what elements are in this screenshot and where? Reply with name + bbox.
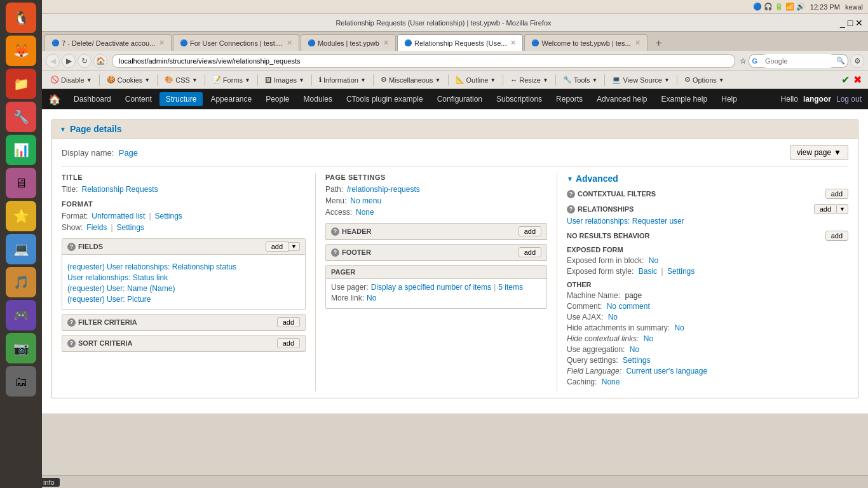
dock-icon-app5[interactable]: 🖥 [6, 168, 36, 198]
relationships-value[interactable]: User relationships: Requester user [567, 217, 684, 226]
tab-5-close[interactable]: ✕ [635, 39, 641, 47]
query-settings-value[interactable]: Settings [623, 356, 650, 365]
pager-more-value[interactable]: No [367, 294, 376, 302]
dock-icon-app10[interactable]: 📷 [6, 333, 36, 363]
dock-icon-app7[interactable]: 💻 [6, 234, 36, 264]
no-results-add-button[interactable]: add [825, 231, 848, 241]
field-item-1[interactable]: (requester) User relationships: Relation… [67, 262, 300, 271]
dock-icon-app2[interactable]: 📁 [6, 69, 36, 99]
use-ajax-value[interactable]: No [608, 313, 618, 322]
nav-subscriptions[interactable]: Subscriptions [490, 92, 548, 106]
header-add-button[interactable]: add [519, 226, 541, 236]
relationships-add-button[interactable]: add [814, 204, 837, 214]
disable-button[interactable]: 🚫 Disable ▼ [46, 74, 97, 86]
refresh-button[interactable]: ↻ [78, 54, 92, 68]
comment-value[interactable]: No comment [607, 302, 650, 311]
nav-dashboard[interactable]: Dashboard [67, 92, 118, 106]
advanced-collapse[interactable]: ▼ [567, 175, 573, 182]
fields-add-button[interactable]: add [266, 241, 288, 252]
tools-button[interactable]: 🔧 Tools ▼ [559, 74, 602, 86]
format-value[interactable]: Unformatted list [92, 212, 145, 220]
error-icon[interactable]: ✖ [853, 74, 862, 86]
view-page-button[interactable]: view page ▼ [790, 145, 848, 160]
nav-appearance[interactable]: Appearance [204, 92, 258, 106]
nav-structure[interactable]: Structure [159, 92, 203, 106]
dock-icon-app4[interactable]: 📊 [6, 135, 36, 165]
view-source-button[interactable]: 💻 View Source ▼ [607, 74, 674, 86]
dock-icon-app9[interactable]: 🎮 [6, 300, 36, 330]
browser-tab-3[interactable]: 🔵 Modules | test.ypwb ✕ [301, 34, 396, 51]
advanced-title[interactable]: Advanced [576, 173, 618, 184]
field-item-4[interactable]: (requester) User: Picture [67, 295, 300, 304]
field-item-3[interactable]: (requester) User: Name (Name) [67, 284, 300, 293]
home-button[interactable]: 🏠 [93, 54, 107, 68]
footer-add-button[interactable]: add [519, 247, 541, 257]
exposed-basic-link[interactable]: Basic [639, 267, 657, 276]
fields-help-icon[interactable]: ? [67, 243, 76, 251]
menu-value[interactable]: No menu [350, 196, 381, 205]
access-value[interactable]: None [356, 208, 374, 217]
path-value[interactable]: /relationship-requests [347, 185, 420, 194]
display-name-value[interactable]: Page [119, 148, 138, 158]
format-settings-link[interactable]: Settings [155, 212, 182, 220]
forms-button[interactable]: 📝 Forms ▼ [208, 74, 255, 86]
cookies-button[interactable]: 🍪 Cookies ▼ [102, 74, 155, 86]
sort-help-icon[interactable]: ? [67, 339, 76, 348]
tab-2-close[interactable]: ✕ [287, 39, 292, 47]
sort-add-button[interactable]: add [277, 338, 300, 348]
new-tab-button[interactable]: + [651, 36, 667, 51]
nav-modules[interactable]: Modules [297, 92, 339, 106]
browser-tab-1[interactable]: 🔵 7 - Delete/ Deactivate accou... ✕ [44, 34, 172, 51]
logout-link[interactable]: Log out [836, 95, 862, 104]
options-button[interactable]: ⚙ Options ▼ [680, 74, 729, 86]
css-button[interactable]: 🎨 CSS ▼ [160, 74, 202, 86]
information-button[interactable]: ℹ Information ▼ [315, 74, 370, 86]
bookmark-star[interactable]: ☆ [740, 57, 747, 65]
pager-count-link[interactable]: 5 items [498, 283, 523, 292]
contextual-help-icon[interactable]: ? [567, 190, 575, 198]
window-controls[interactable]: _ □ ✕ [840, 18, 863, 28]
collapse-icon[interactable]: ▼ [60, 126, 66, 133]
back-button[interactable]: ◀ [46, 54, 60, 68]
hide-contextual-value[interactable]: No [644, 334, 653, 343]
nav-content[interactable]: Content [119, 92, 158, 106]
page-settings-button[interactable]: ⚙ [850, 54, 864, 68]
dock-icon-app11[interactable]: 🗂 [6, 366, 36, 396]
use-aggregation-value[interactable]: No [630, 345, 639, 354]
dock-icon-app6[interactable]: ⭐ [6, 201, 36, 231]
hide-attachments-value[interactable]: No [674, 323, 684, 332]
exposed-settings-link[interactable]: Settings [667, 267, 695, 276]
nav-reports[interactable]: Reports [550, 92, 589, 106]
contextual-add-button[interactable]: add [825, 189, 848, 199]
nav-help[interactable]: Help [715, 92, 743, 106]
resize-button[interactable]: ↔ Resize ▼ [506, 74, 553, 86]
search-icon[interactable]: 🔍 [836, 57, 845, 65]
footer-help-icon[interactable]: ? [331, 248, 339, 257]
images-button[interactable]: 🖼 Images ▼ [261, 74, 309, 86]
field-item-2[interactable]: User relationships: Status link [67, 273, 300, 282]
tab-4-close[interactable]: ✕ [510, 39, 516, 47]
dock-icon-app8[interactable]: 🎵 [6, 267, 36, 297]
dock-icon-ubuntu[interactable]: 🐧 [6, 3, 36, 33]
title-value[interactable]: Relationship Requests [82, 185, 158, 194]
check-icon[interactable]: ✔ [841, 74, 850, 86]
nav-advanced-help[interactable]: Advanced help [590, 92, 653, 106]
filter-add-button[interactable]: add [277, 317, 300, 327]
dock-icon-app3[interactable]: 🔧 [6, 102, 36, 132]
header-help-icon[interactable]: ? [331, 227, 339, 236]
forward-button[interactable]: ▶ [62, 54, 76, 68]
nav-ctools[interactable]: CTools plugin example [340, 92, 430, 106]
filter-help-icon[interactable]: ? [67, 318, 76, 327]
dock-icon-firefox[interactable]: 🦊 [6, 36, 36, 66]
browser-tab-5[interactable]: 🔵 Welcome to test.ypwb | tes... ✕ [524, 34, 647, 51]
google-search[interactable] [760, 54, 836, 68]
nav-example-help[interactable]: Example help [655, 92, 714, 106]
outline-button[interactable]: 📐 Outline ▼ [451, 74, 501, 86]
nav-people[interactable]: People [259, 92, 295, 106]
show-settings-link[interactable]: Settings [117, 223, 144, 232]
pager-display-link[interactable]: Display a specified number of items [371, 283, 491, 292]
show-fields-link[interactable]: Fields [86, 223, 107, 232]
relationships-help-icon[interactable]: ? [567, 205, 575, 214]
tab-3-close[interactable]: ✕ [383, 39, 389, 47]
field-language-value[interactable]: Current user's language [626, 367, 707, 376]
